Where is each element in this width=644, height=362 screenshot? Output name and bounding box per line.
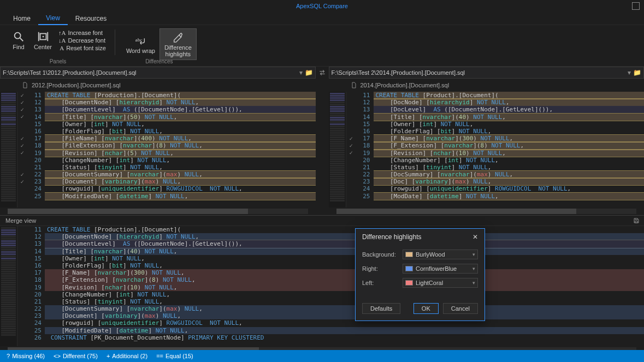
right-minimap[interactable] [329,92,346,207]
code-line[interactable]: [F_Name] [nvarchar](300) NOT NULL, [45,269,644,276]
code-line[interactable]: [F_Name] [nvarchar](300) NOT NULL, [374,135,645,142]
code-line[interactable]: [FolderFlag] [bit] NOT NULL, [45,262,644,269]
code-line[interactable]: [FileName] [nvarchar](400) NOT NULL, [45,135,316,142]
code-line[interactable]: [DocumentNode] [hierarchyid] NOT NULL, [45,99,316,106]
code-line[interactable]: [Title] [nvarchar](40) NOT NULL, [374,114,645,121]
code-line[interactable]: [Document] [varbinary](max) NULL, [45,178,316,185]
word-wrap-button[interactable]: abc Word wrap [122,28,159,60]
code-line[interactable]: [Owner] [int] NOT NULL, [45,121,316,128]
folder-open-icon[interactable]: 📁 [633,69,641,76]
row-checkbox[interactable] [346,185,356,192]
left-combo[interactable]: LightCoral ▾ [403,278,478,288]
row-checkbox[interactable] [17,157,27,164]
code-line[interactable]: [Document] [varbinary](max) NULL, [45,312,644,319]
row-checkbox[interactable] [346,106,356,113]
tab-home[interactable]: Home [5,13,38,25]
reset-font-button[interactable]: A Reset font size [56,44,108,52]
code-line[interactable]: [Owner] [int] NOT NULL, [45,255,644,262]
tab-resources[interactable]: Resources [68,13,114,25]
ok-button[interactable]: OK [413,303,439,314]
row-checkbox[interactable]: ✓ [17,92,27,99]
left-hscroll[interactable] [0,207,316,215]
code-line[interactable]: [DocumentSummary] [nvarchar](max) NULL, [45,171,316,178]
code-line[interactable]: [FileExtension] [nvarchar](8) NOT NULL, [45,142,316,149]
code-line[interactable]: [Revision] [nchar](10) NOT NULL, [45,284,644,291]
swap-button[interactable] [316,67,329,79]
close-icon[interactable]: ✕ [472,233,478,241]
save-icon[interactable] [633,217,640,224]
status-missing[interactable]: ? Missing (46) [7,353,45,359]
code-line[interactable]: [rowguid] [uniqueidentifier] ROWGUIDCOL … [374,185,645,192]
chevron-down-icon[interactable]: ▾ [299,69,303,76]
code-line[interactable]: [ChangeNumber] [int] NOT NULL, [45,157,316,164]
code-line[interactable]: [F_Extension] [nvarchar](8) NOT NULL, [45,276,644,283]
merge-code[interactable]: CREATE TABLE [Production].[Document]( [D… [45,226,644,346]
row-checkbox[interactable]: ✓ [17,150,27,157]
cancel-button[interactable]: Cancel [443,303,478,314]
code-line[interactable]: [DocLevel] AS ([DocumentNode].[GetLevel]… [374,106,645,113]
row-checkbox[interactable] [346,157,356,164]
left-minimap[interactable] [0,92,17,207]
left-code[interactable]: CREATE TABLE [Production].[Document]( [D… [45,92,316,207]
merge-minimap[interactable] [0,226,17,346]
code-line[interactable]: [rowguid] [uniqueidentifier] ROWGUIDCOL … [45,319,644,327]
code-line[interactable]: [Doc] [varbinary](max) NULL, [374,178,645,185]
code-line[interactable]: [ChangeNumber] [int] NOT NULL, [374,157,645,164]
code-line[interactable]: [Owner] [int] NOT NULL, [374,121,645,128]
row-checkbox[interactable] [346,128,356,135]
code-line[interactable]: [Status] [tinyint] NOT NULL, [45,164,316,171]
row-checkbox[interactable] [346,92,356,99]
code-line[interactable]: [Revision] [nchar](10) NOT NULL, [374,150,645,157]
code-line[interactable]: [Status] [tinyint] NOT NULL, [45,298,644,305]
row-checkbox[interactable]: ✓ [17,178,27,185]
code-line[interactable]: [rowguid] [uniqueidentifier] ROWGUIDCOL … [45,185,316,192]
row-checkbox[interactable] [346,114,356,121]
code-line[interactable]: [Status] [tinyint] NOT NULL, [374,164,645,171]
tab-view[interactable]: View [38,12,68,25]
folder-open-icon[interactable]: 📁 [305,69,313,76]
row-checkbox[interactable] [346,99,356,106]
row-checkbox[interactable] [17,164,27,171]
row-checkbox[interactable] [346,171,356,178]
row-checkbox[interactable]: ✓ [17,99,27,106]
row-checkbox[interactable] [17,121,27,128]
center-button[interactable]: Center [29,28,56,52]
row-checkbox[interactable] [346,193,356,200]
code-line[interactable]: [Title] [nvarchar](40) NOT NULL, [45,248,644,255]
row-checkbox[interactable]: ✓ [346,135,356,142]
row-checkbox[interactable]: ✓ [346,150,356,157]
code-line[interactable]: [ModifiedDate] [datetime] NOT NULL, [45,193,316,200]
code-line[interactable]: [Revision] [nchar](5) NOT NULL, [45,150,316,157]
code-line[interactable]: [DocumentSummary] [nvarchar](max) NULL, [45,305,644,312]
status-additional[interactable]: + Additional (2) [107,353,147,359]
difference-highlights-button[interactable]: Difference highlights [159,28,197,60]
right-code[interactable]: CREATE TABLE [Product].[Document]( [DocN… [374,92,645,207]
row-checkbox[interactable]: ✓ [346,142,356,149]
defaults-button[interactable]: Defaults [362,303,400,314]
decrease-font-button[interactable]: ↓A Decrease font [56,37,108,44]
code-line[interactable]: [DocNode] [hierarchyid] NOT NULL, [374,99,645,106]
chevron-down-icon[interactable]: ▾ [628,69,631,76]
row-checkbox[interactable] [346,164,356,171]
right-hscroll[interactable] [329,207,645,215]
row-checkbox[interactable]: ✓ [17,106,27,113]
code-line[interactable]: [DocumentNode] [hierarchyid] NOT NULL, [45,233,644,240]
code-line[interactable]: [Title] [nvarchar](50) NOT NULL, [45,114,316,121]
row-checkbox[interactable]: ✓ [17,114,27,121]
row-checkbox[interactable] [346,178,356,185]
status-equal[interactable]: == Equal (15) [156,353,193,359]
code-line[interactable]: [FolderFlag] [bit] NOT NULL, [374,128,645,135]
row-checkbox[interactable] [346,121,356,128]
code-line[interactable]: CONSTRAINT [PK_Document_DocumentNode] PR… [45,334,644,341]
row-checkbox[interactable] [17,185,27,192]
row-checkbox[interactable] [17,193,27,200]
code-line[interactable]: [FolderFlag] [bit] NOT NULL, [45,128,316,135]
window-restore-icon[interactable] [632,2,640,10]
background-combo[interactable]: BurlyWood ▾ [403,250,478,259]
code-line[interactable]: [DocumentLevel] AS ([DocumentNode].[GetL… [45,106,316,113]
code-line[interactable]: [DocumentLevel] AS ([DocumentNode].[GetL… [45,240,644,247]
code-line[interactable]: [ModifiedDate] [datetime] NOT NULL, [45,327,644,334]
row-checkbox[interactable]: ✓ [17,171,27,178]
increase-font-button[interactable]: ↑A Increase font [56,29,108,37]
row-checkbox[interactable]: ✓ [17,142,27,149]
